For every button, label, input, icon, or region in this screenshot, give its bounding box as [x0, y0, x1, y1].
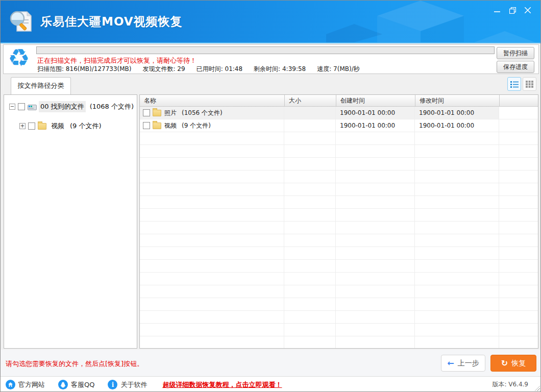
row-checkbox[interactable]	[143, 109, 150, 116]
table-empty-row	[140, 285, 538, 298]
collapse-icon[interactable]: −	[9, 104, 15, 110]
column-header-name[interactable]: 名称	[140, 95, 284, 106]
window-controls	[489, 4, 535, 17]
list-view-icon	[510, 81, 519, 88]
list-view-button[interactable]	[507, 77, 521, 91]
table-empty-row	[140, 311, 538, 324]
scan-range: 扫描范围: 816(MB)/127733(MB)	[37, 65, 132, 74]
qq-icon	[58, 380, 68, 389]
column-header-modified[interactable]: 修改时间	[415, 95, 499, 106]
pause-scan-button[interactable]: 暂停扫描	[497, 47, 534, 59]
elapsed-time: 已用时间: 01:48	[196, 65, 242, 74]
table-row[interactable]: 照片 (1056 个文件) 1900-01-01 00:00 1900-01-0…	[140, 107, 538, 119]
folder-icon	[153, 122, 161, 129]
scan-stats: 扫描范围: 816(MB)/127733(MB) 发现文件数: 29 已用时间:…	[37, 65, 360, 74]
recover-hint-text: 请勾选您需要恢复的文件，然后点[恢复]按钮。	[6, 359, 143, 369]
official-website-link[interactable]: 官方网站	[6, 380, 45, 389]
back-button-label: 上一步	[458, 359, 479, 368]
tutorial-link[interactable]: 超级详细数据恢复教程，点击立即观看！	[162, 380, 282, 389]
table-empty-row	[140, 196, 538, 209]
tree-node-video: + 视频 (9 个文件)	[19, 120, 137, 132]
table-empty-row	[140, 234, 538, 247]
home-icon	[6, 380, 15, 389]
recycle-logo-icon: ♻	[8, 43, 30, 72]
scan-status-panel: ♻ 正在扫描文件，扫描完成后才可以恢复，请耐心等待！ 扫描范围: 816(MB)…	[3, 44, 539, 74]
table-empty-row	[140, 209, 538, 222]
folder-icon	[153, 110, 161, 116]
app-logo-icon	[9, 9, 34, 34]
column-header-size[interactable]: 大小	[284, 95, 336, 106]
table-empty-row	[140, 158, 538, 170]
row-modified: 1900-01-01 00:00	[415, 107, 499, 119]
tree-video-count: (9 个文件)	[70, 121, 102, 131]
row-size	[284, 119, 336, 132]
table-empty-row	[140, 273, 538, 285]
close-icon[interactable]	[520, 4, 535, 17]
back-button[interactable]: ← 上一步	[441, 355, 485, 372]
scan-warning-text: 正在扫描文件，扫描完成后才可以恢复，请耐心等待！	[37, 56, 196, 65]
restore-icon[interactable]	[505, 4, 520, 17]
file-tree-panel: − 00 找到的文件 (1068 个文件) + 视频 (9 个文件)	[4, 94, 137, 349]
files-found: 发现文件数: 29	[143, 65, 185, 74]
row-count: (1056 个文件)	[182, 109, 223, 117]
about-software-link[interactable]: i 关于软件	[108, 380, 147, 389]
about-software-label: 关于软件	[120, 380, 147, 389]
footer-bar: 官方网站 客服QQ i 关于软件 超级详细数据恢复教程，点击立即观看！ 版本: …	[1, 376, 540, 392]
tab-classify-by-path[interactable]: 按文件路径分类	[11, 77, 71, 94]
save-progress-button[interactable]: 保存进度	[497, 61, 534, 73]
tree-root-checkbox[interactable]	[18, 103, 25, 110]
scan-progress-bar	[36, 46, 495, 54]
table-empty-row	[140, 145, 538, 158]
table-header: 名称 大小 创建时间 修改时间	[140, 95, 538, 107]
file-table-panel: 名称 大小 创建时间 修改时间 照片 (1056 个文件) 1900-01-01…	[139, 94, 538, 349]
view-toggles	[507, 77, 536, 91]
table-empty-rows	[140, 132, 538, 349]
recover-button-label: 恢复	[511, 359, 526, 368]
scan-speed: 速度: 7(MB)/秒	[317, 65, 359, 74]
minimize-icon[interactable]	[489, 4, 505, 17]
qq-support-label: 客服QQ	[71, 380, 94, 389]
row-count: (9 个文件)	[182, 121, 211, 130]
table-empty-row	[140, 170, 538, 183]
remaining-time: 剩余时间: 4:39:58	[254, 65, 306, 74]
table-empty-row	[140, 132, 538, 145]
row-size	[284, 107, 336, 119]
row-name: 照片	[164, 109, 177, 117]
header-divider	[1, 42, 540, 43]
row-checkbox[interactable]	[143, 122, 150, 129]
drive-icon	[28, 103, 37, 110]
tree-video-checkbox[interactable]	[28, 122, 35, 130]
tree-root-label[interactable]: 00 找到的文件	[39, 101, 86, 112]
table-empty-row	[140, 183, 538, 196]
folder-icon	[38, 123, 46, 130]
row-modified: 1900-01-01 00:00	[415, 119, 499, 132]
expand-icon[interactable]: +	[19, 123, 26, 129]
app-title: 乐易佳大疆MOV视频恢复	[40, 14, 183, 30]
row-created: 1900-01-01 00:00	[336, 119, 415, 132]
row-created: 1900-01-01 00:00	[336, 107, 415, 119]
app-window: 乐易佳大疆MOV视频恢复 ♻ 正在扫描文件，扫描完成后才可以恢复，请耐心等待！ …	[0, 0, 541, 392]
column-header-created[interactable]: 创建时间	[336, 95, 415, 106]
table-empty-row	[140, 222, 538, 234]
grid-view-button[interactable]	[523, 77, 536, 91]
tree-root-node: − 00 找到的文件 (1068 个文件)	[9, 101, 137, 112]
table-empty-row	[140, 336, 538, 349]
recover-button[interactable]: ↻ 恢复	[490, 355, 536, 372]
table-empty-row	[140, 298, 538, 311]
column-header-filler	[499, 95, 538, 106]
version-label: 版本: V6.4.9	[492, 380, 528, 389]
row-name: 视频	[164, 121, 177, 130]
action-bar: 请勾选您需要恢复的文件，然后点[恢复]按钮。 ← 上一步 ↻ 恢复	[1, 350, 540, 376]
back-arrow-icon: ←	[447, 358, 454, 368]
refresh-icon: ↻	[501, 358, 508, 368]
tree-video-label[interactable]: 视频	[50, 120, 66, 132]
tree-root-count: (1068 个文件)	[90, 102, 134, 111]
table-empty-row	[140, 247, 538, 260]
table-empty-row	[140, 324, 538, 336]
table-empty-row	[140, 260, 538, 273]
about-icon: i	[108, 380, 117, 389]
qq-support-link[interactable]: 客服QQ	[58, 380, 94, 389]
title-bar: 乐易佳大疆MOV视频恢复	[1, 1, 540, 42]
official-website-label: 官方网站	[18, 380, 45, 389]
table-row[interactable]: 视频 (9 个文件) 1900-01-01 00:00 1900-01-01 0…	[140, 119, 538, 132]
